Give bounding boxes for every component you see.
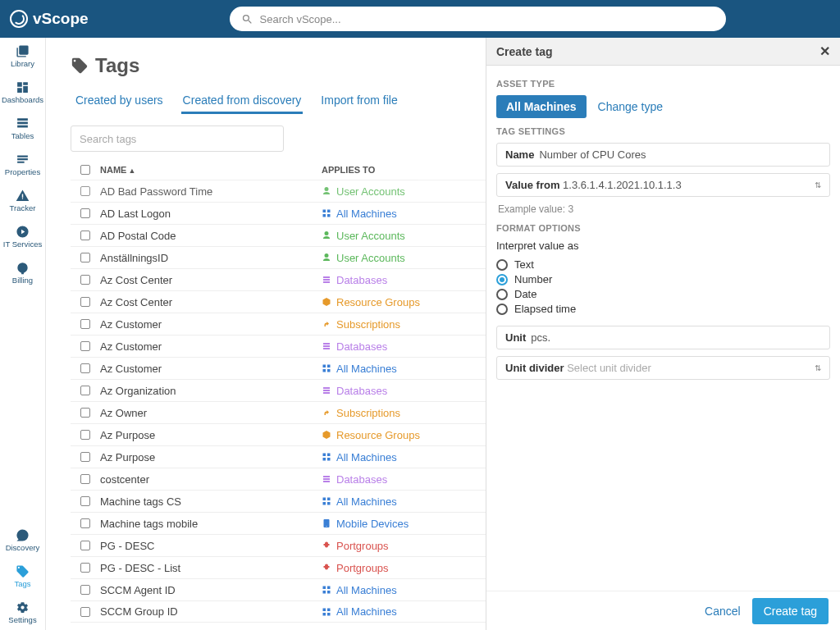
change-type-link[interactable]: Change type <box>598 100 663 113</box>
row-checkbox[interactable] <box>80 363 90 373</box>
col-applies[interactable]: APPLIES TO <box>322 165 486 175</box>
sidebar-item-dashboards[interactable]: Dashboards <box>0 74 45 110</box>
table-row[interactable]: Az CustomerDatabases <box>71 335 486 357</box>
tag-name: AD Postal Code <box>100 230 322 242</box>
row-checkbox[interactable] <box>80 319 90 329</box>
radio-number[interactable]: Number <box>496 273 830 285</box>
panel-footer: Cancel Create tag <box>486 591 840 630</box>
table-row[interactable]: AD Postal CodeUser Accounts <box>71 224 486 246</box>
row-checkbox[interactable] <box>80 585 90 595</box>
applies-to[interactable]: Mobile Devices <box>322 518 486 530</box>
tab-users[interactable]: Created by users <box>74 89 165 114</box>
asset-type-chip[interactable]: All Machines <box>496 95 587 118</box>
applies-to[interactable]: All Machines <box>322 363 486 375</box>
applies-to[interactable]: User Accounts <box>322 230 486 242</box>
table-row[interactable]: SCCM Agent IDAll Machines <box>71 578 486 600</box>
table-row[interactable]: Machine tags mobileMobile Devices <box>71 512 486 534</box>
table-row[interactable]: Az CustomerSubscriptions <box>71 313 486 335</box>
sidebar-item-properties[interactable]: Properties <box>0 146 45 182</box>
applies-to[interactable]: User Accounts <box>322 252 486 264</box>
row-checkbox[interactable] <box>80 496 90 506</box>
sidebar-item-tracker[interactable]: Tracker <box>0 182 45 218</box>
global-search[interactable]: Search vScope... <box>230 7 726 31</box>
table-row[interactable]: Az Cost CenterResource Groups <box>71 290 486 313</box>
applies-to[interactable]: All Machines <box>322 584 486 596</box>
row-checkbox[interactable] <box>80 341 90 351</box>
tag-name: Az Customer <box>100 318 322 331</box>
tab-discovery[interactable]: Created from discovery <box>181 89 304 114</box>
table-row[interactable]: Machine tags CSAll Machines <box>71 490 486 512</box>
col-name[interactable]: NAME▲ <box>100 165 322 175</box>
close-icon[interactable]: ✕ <box>819 43 830 59</box>
radio-text[interactable]: Text <box>496 258 830 271</box>
row-checkbox[interactable] <box>80 253 90 262</box>
applies-to[interactable]: Subscriptions <box>322 318 486 331</box>
create-tag-button[interactable]: Create tag <box>752 598 829 624</box>
table-row[interactable]: AD Last LogonAll Machines <box>71 202 486 224</box>
applies-to[interactable]: All Machines <box>322 451 486 463</box>
properties-icon <box>16 153 30 167</box>
table-row[interactable]: PG - DESC - ListPortgroups <box>71 556 486 578</box>
row-checkbox[interactable] <box>80 386 90 395</box>
table-row[interactable]: SCCM Group IDAll Machines <box>71 600 486 623</box>
applies-to[interactable]: Portgroups <box>322 562 486 574</box>
row-checkbox[interactable] <box>80 408 90 418</box>
row-checkbox[interactable] <box>80 607 90 617</box>
applies-to[interactable]: User Accounts <box>322 185 486 198</box>
chevron-updown-icon: ⇅ <box>815 363 821 372</box>
tab-import[interactable]: Import from file <box>319 89 399 114</box>
table-row[interactable]: Az OwnerSubscriptions <box>71 401 486 423</box>
applies-to[interactable]: Databases <box>322 473 486 486</box>
applies-to[interactable]: All Machines <box>322 605 486 618</box>
format-options-label: FORMAT OPTIONS <box>496 223 830 233</box>
table-row[interactable]: Az PurposeAll Machines <box>71 445 486 468</box>
name-field[interactable]: Name Number of CPU Cores <box>496 143 830 167</box>
applies-to[interactable]: All Machines <box>322 495 486 508</box>
applies-to[interactable]: Subscriptions <box>322 407 486 419</box>
row-checkbox[interactable] <box>80 275 90 285</box>
sidebar-item-discovery[interactable]: Discovery <box>0 522 45 558</box>
applies-to[interactable]: Databases <box>322 340 486 353</box>
table-row[interactable]: PG - DESCPortgroups <box>71 534 486 556</box>
applies-to[interactable]: Databases <box>322 274 486 286</box>
radio-date[interactable]: Date <box>496 288 830 300</box>
sidebar-item-tables[interactable]: Tables <box>0 110 45 146</box>
applies-to[interactable]: Resource Groups <box>322 429 486 441</box>
tag-name: Az Cost Center <box>100 274 322 286</box>
row-checkbox[interactable] <box>80 474 90 484</box>
applies-to[interactable]: Databases <box>322 385 486 397</box>
applies-to[interactable]: Portgroups <box>322 540 486 552</box>
sidebar-item-settings[interactable]: Settings <box>0 594 45 630</box>
sidebar-item-itservices[interactable]: IT Services <box>0 218 45 254</box>
applies-to[interactable]: Resource Groups <box>322 296 486 308</box>
table-row[interactable]: Az OrganizationDatabases <box>71 379 486 401</box>
table-row[interactable]: AD Bad Password TimeUser Accounts <box>71 180 486 202</box>
type-icon <box>322 541 331 550</box>
sidebar-item-library[interactable]: Library <box>0 38 45 74</box>
unit-divider-field[interactable]: Unit divider Select unit divider ⇅ <box>496 356 830 380</box>
table-row[interactable]: costcenterDatabases <box>71 468 486 490</box>
radio-elapsed-time[interactable]: Elapsed time <box>496 303 830 315</box>
unit-field[interactable]: Unit pcs. <box>496 326 830 349</box>
applies-to[interactable]: All Machines <box>322 208 486 220</box>
row-checkbox[interactable] <box>80 297 90 307</box>
table-row[interactable]: Az CustomerAll Machines <box>71 357 486 379</box>
table-row[interactable]: Az PurposeResource Groups <box>71 423 486 445</box>
sidebar-item-billing[interactable]: Billing <box>0 254 45 290</box>
sidebar-item-tags[interactable]: Tags <box>0 558 45 594</box>
row-checkbox[interactable] <box>80 208 90 218</box>
row-checkbox[interactable] <box>80 563 90 573</box>
value-from-field[interactable]: Value from 1.3.6.1.4.1.2021.10.1.1.3 ⇅ <box>496 173 830 197</box>
row-checkbox[interactable] <box>80 186 90 196</box>
row-checkbox[interactable] <box>80 518 90 528</box>
table-row[interactable]: AnställningsIDUser Accounts <box>71 246 486 268</box>
tag-search-input[interactable] <box>71 126 284 152</box>
row-checkbox[interactable] <box>80 452 90 462</box>
brand-logo[interactable]: vScope <box>10 10 89 28</box>
cancel-button[interactable]: Cancel <box>705 605 741 618</box>
row-checkbox[interactable] <box>80 430 90 440</box>
select-all-checkbox[interactable] <box>80 165 90 175</box>
row-checkbox[interactable] <box>80 541 90 550</box>
row-checkbox[interactable] <box>80 231 90 240</box>
table-row[interactable]: Az Cost CenterDatabases <box>71 268 486 290</box>
